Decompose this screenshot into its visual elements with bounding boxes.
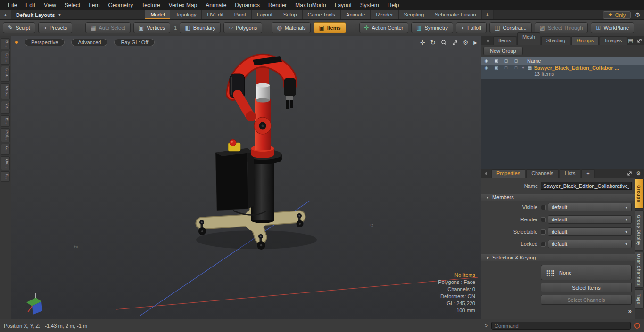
menu-item-help[interactable]: Help [383,0,404,10]
rotate-icon[interactable]: ↻ [430,39,436,46]
viewport-menu-arrow-icon[interactable]: ▶ [473,40,477,45]
panel-expand-icon[interactable] [637,38,642,43]
menu-item-render[interactable]: Render [264,0,291,10]
panel-tab-images[interactable]: Images [600,36,627,45]
layout-tab-scripting[interactable]: Scripting [399,10,430,19]
menu-item-vertex-map[interactable]: Vertex Map [165,0,202,10]
menu-item-system[interactable]: System [356,0,383,10]
group-name-input[interactable] [541,182,632,190]
side-tab-mesh[interactable]: Mes... [1,83,10,100]
sculpt-button[interactable]: ✎ Sculpt [3,22,35,33]
select-through-button[interactable]: ▨ Select Through [535,22,588,33]
pan-icon[interactable]: ✛ [420,39,425,46]
tree-empty-area[interactable] [481,79,644,169]
channel-key-icon[interactable] [541,242,546,247]
menu-item-layout[interactable]: Layout [330,0,356,10]
menu-item-dynamics[interactable]: Dynamics [231,0,264,10]
add-layout-tab-button[interactable]: + [482,10,494,19]
zoom-icon[interactable] [441,40,447,46]
side-tab-tags[interactable]: Tags [635,289,644,309]
locked-dropdown[interactable]: default ▼ [548,240,632,248]
menu-item-select[interactable]: Select [60,0,84,10]
vertices-mode-button[interactable]: ▣ Vertices [133,22,170,33]
side-tab-curves[interactable]: C... [1,144,10,155]
new-group-button[interactable]: New Group [483,47,523,55]
group-tree-row[interactable]: ◉ ▣ □ □ + ▦ Sawyer_Black_Edition_Collabo… [481,65,644,79]
row-render-icon[interactable]: ▣ [491,65,501,79]
viewport-settings-gear-icon[interactable]: ⚙ [463,39,469,46]
menu-item-view[interactable]: View [40,0,60,10]
menu-item-texture[interactable]: Texture [137,0,164,10]
expand-panel-button[interactable]: » [628,308,632,315]
menu-item-animate[interactable]: Animate [201,0,231,10]
selectable-dropdown[interactable]: default ▼ [548,227,632,236]
channel-key-icon[interactable] [541,229,546,235]
panel-list-icon[interactable]: ▤ [628,38,633,44]
row-checkbox-2[interactable]: □ [511,65,521,79]
layout-tab-model[interactable]: Model [145,10,170,19]
channel-key-icon[interactable] [541,217,546,222]
render-column-icon[interactable]: ▣ [491,58,501,63]
side-tab-group-display[interactable]: Group Display [635,210,644,251]
default-layouts-dropdown[interactable]: Default Layouts ▼ [11,10,66,19]
lock-column-icon[interactable]: ◻ [511,58,521,63]
side-tab-user-channels[interactable]: User Channels [635,252,644,288]
boundary-mode-button[interactable]: ◧ Boundary [180,22,220,33]
channel-key-icon[interactable] [541,205,546,210]
layout-up-icon[interactable]: ▲ [0,10,11,19]
menu-item-file[interactable]: File [4,0,21,10]
side-tab-falloff[interactable]: F... [1,171,10,182]
layout-tab-render[interactable]: Render [371,10,398,19]
workplane-button[interactable]: ⊞ WorkPlane [591,22,634,33]
layout-tab-paint[interactable]: Paint [229,10,252,19]
side-tab-vertex[interactable]: Ve... [1,101,10,114]
menu-item-maxtomodo[interactable]: MaxToModo [291,0,330,10]
row-eye-icon[interactable]: ◉ [481,65,491,79]
panel-tab-items[interactable]: Items [493,36,516,45]
row-expander-icon[interactable]: + [522,65,526,70]
action-center-button[interactable]: ✛ Action Center [359,22,409,33]
constraints-button[interactable]: ◫ Constrai... [489,22,531,33]
select-items-button[interactable]: Select Items [541,283,632,292]
add-tab-button[interactable]: + [581,169,594,178]
menu-item-item[interactable]: Item [84,0,104,10]
viewport-3d[interactable]: +x +z [11,36,481,319]
panel-grip-icon[interactable] [485,172,487,175]
side-tab-duplicate[interactable]: Dup... [1,66,10,82]
menu-item-geometry[interactable]: Geometry [104,0,138,10]
layout-tab-game-tools[interactable]: Game Tools [303,10,341,19]
viewport-shading-tab[interactable]: Advanced [71,39,107,46]
filter-column-icon[interactable]: ◻ [501,58,511,63]
maximize-icon[interactable] [452,40,458,46]
layout-tab-schematic-fusion[interactable]: Schematic Fusion [429,10,481,19]
panel-gear-icon[interactable]: ⚙ [636,170,641,177]
panel-tab-groups[interactable]: Groups [571,36,599,45]
tab-lists[interactable]: Lists [560,169,581,178]
layout-tab-setup[interactable]: Setup [278,10,303,19]
materials-mode-button[interactable]: ◍ Materials [272,22,311,33]
command-history-icon[interactable] [634,323,640,329]
3d-scene[interactable]: +x +z [11,36,481,319]
only-toggle-button[interactable]: ★ Only [603,11,631,19]
layout-tab-topology[interactable]: Topology [170,10,202,19]
none-mode-button[interactable]: ⣿⣿ None [541,265,632,280]
render-dropdown[interactable]: default ▼ [548,215,632,224]
falloff-button[interactable]: ◗ Falloff [456,22,487,33]
side-tab-uv[interactable]: UV... [1,156,10,170]
side-tab-basic[interactable]: B... [1,38,10,49]
polygons-mode-button[interactable]: ▱ Polygons [223,22,263,33]
panel-grip-icon[interactable] [487,40,489,42]
tab-properties[interactable]: Properties [491,169,525,178]
side-tab-deform[interactable]: De... [1,51,10,65]
tab-channels[interactable]: Channels [526,169,558,178]
layout-tab-animate[interactable]: Animate [341,10,371,19]
panel-expand-icon[interactable] [627,171,632,176]
layout-tab-uvedit[interactable]: UVEdit [202,10,229,19]
menu-item-edit[interactable]: Edit [21,0,40,10]
command-input[interactable] [491,322,631,330]
side-tab-edge[interactable]: E... [1,115,10,127]
row-checkbox-1[interactable]: □ [501,65,511,79]
members-section-header[interactable]: ▼ Members [481,194,635,201]
gear-icon[interactable]: ⚙ [631,11,644,18]
side-tab-polygon[interactable]: Pol... [1,128,10,143]
